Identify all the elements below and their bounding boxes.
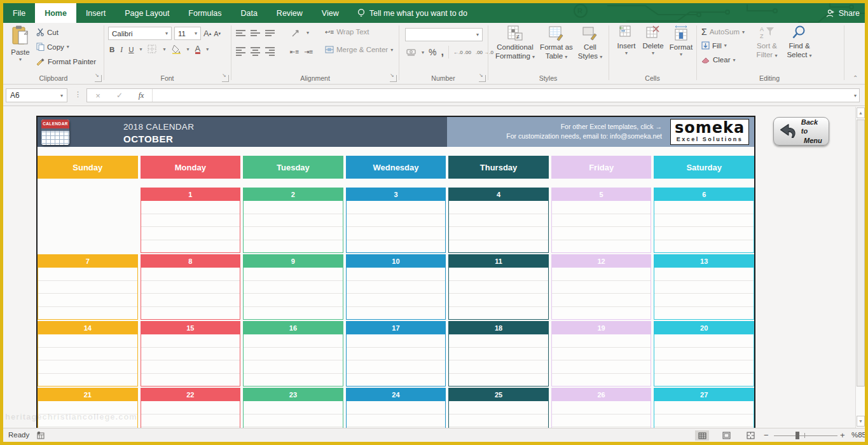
tab-data[interactable]: Data <box>231 3 266 23</box>
date-cell-17[interactable]: 17 <box>346 321 446 387</box>
decrease-indent-icon[interactable]: ⇤≡ <box>290 48 299 55</box>
date-cell-18[interactable]: 18 <box>448 321 549 387</box>
note-line[interactable] <box>449 307 548 320</box>
tell-me-box[interactable]: Tell me what you want to do <box>348 3 476 23</box>
day-header-monday[interactable]: Monday <box>141 156 241 179</box>
note-line[interactable] <box>244 307 343 320</box>
note-line[interactable] <box>141 374 240 387</box>
note-line[interactable] <box>244 201 343 214</box>
note-line[interactable] <box>244 294 343 307</box>
date-cell-9[interactable]: 9 <box>243 254 343 320</box>
note-line[interactable] <box>449 201 548 214</box>
date-cell-23[interactable]: 23 <box>243 388 343 431</box>
date-cell-14[interactable]: 14 <box>38 321 138 387</box>
tab-formulas[interactable]: Formulas <box>179 3 231 23</box>
zoom-slider-track[interactable] <box>774 435 837 436</box>
increase-indent-icon[interactable]: ⇥≡ <box>304 48 313 55</box>
note-line[interactable] <box>449 401 548 414</box>
share-button[interactable]: Share <box>826 3 860 23</box>
underline-caret[interactable]: ▾ <box>139 46 142 52</box>
note-line[interactable] <box>141 401 240 414</box>
conditional-formatting-button[interactable]: ≠ Conditional Formatting ▾ <box>494 25 536 72</box>
note-line[interactable] <box>347 401 446 414</box>
note-line[interactable] <box>347 294 446 307</box>
note-line[interactable] <box>449 348 548 361</box>
bottom-align-icon[interactable] <box>265 29 275 38</box>
note-line[interactable] <box>347 360 446 374</box>
note-line[interactable] <box>654 240 754 253</box>
note-line[interactable] <box>38 334 137 348</box>
format-as-table-button[interactable]: Format as Table ▾ <box>539 25 574 72</box>
formula-bar-expand-icon[interactable]: ▾ <box>851 93 859 99</box>
note-line[interactable] <box>347 414 446 428</box>
decrease-font-icon[interactable]: A▾ <box>214 30 221 38</box>
note-line[interactable] <box>449 281 548 294</box>
tab-file[interactable]: File <box>3 3 35 23</box>
back-to-menu-button[interactable]: Back to Menu <box>773 117 829 146</box>
macro-record-icon[interactable] <box>36 431 45 440</box>
wrap-text-button[interactable]: ↩≡ Wrap Text <box>325 28 369 36</box>
someka-logo[interactable]: someka Excel Solutions <box>670 119 749 145</box>
note-line[interactable] <box>654 268 754 281</box>
note-line[interactable] <box>38 348 137 361</box>
note-line[interactable] <box>141 294 240 307</box>
note-line[interactable] <box>244 414 343 428</box>
note-line[interactable] <box>347 348 446 361</box>
note-line[interactable] <box>38 268 137 281</box>
alignment-dialog-launcher[interactable] <box>390 75 397 82</box>
note-line[interactable] <box>38 294 137 307</box>
note-line[interactable] <box>654 201 754 214</box>
format-painter-button[interactable]: Format Painter <box>36 57 96 65</box>
note-line[interactable] <box>552 334 651 348</box>
date-cell-16[interactable]: 16 <box>243 321 343 387</box>
vertical-scrollbar[interactable]: ▲ ▼ <box>855 107 865 428</box>
note-line[interactable] <box>552 414 651 428</box>
align-center-icon[interactable] <box>251 46 260 57</box>
day-header-friday[interactable]: Friday <box>551 156 652 179</box>
note-line[interactable] <box>654 348 754 361</box>
note-line[interactable] <box>552 360 651 374</box>
name-box[interactable]: A6 ▾ <box>6 88 67 102</box>
cut-button[interactable]: Cut <box>36 28 59 36</box>
tab-page-layout[interactable]: Page Layout <box>115 3 179 23</box>
note-line[interactable] <box>449 374 548 387</box>
cell-styles-button[interactable]: Cell Styles ▾ <box>575 25 605 72</box>
tab-view[interactable]: View <box>312 3 348 23</box>
date-cell-24[interactable]: 24 <box>346 388 446 431</box>
note-line[interactable] <box>244 348 343 361</box>
increase-font-icon[interactable]: A▴ <box>203 29 211 38</box>
note-line[interactable] <box>141 201 240 214</box>
note-line[interactable] <box>449 268 548 281</box>
note-line[interactable] <box>654 414 754 428</box>
note-line[interactable] <box>552 214 651 228</box>
find-select-button[interactable]: Find & Select ▾ <box>784 25 815 72</box>
note-line[interactable] <box>244 214 343 228</box>
scroll-down-button[interactable]: ▼ <box>857 416 865 427</box>
decrease-decimal-icon[interactable]: .00 →.0 <box>476 50 493 55</box>
date-cell-10[interactable]: 10 <box>346 254 446 320</box>
fill-button[interactable]: Fill ▾ <box>701 41 727 50</box>
accounting-format-icon[interactable] <box>406 48 417 57</box>
date-cell-27[interactable]: 27 <box>654 388 754 431</box>
zoom-in-button[interactable]: + <box>840 430 845 440</box>
note-line[interactable] <box>552 268 651 281</box>
date-cell-8[interactable]: 8 <box>141 254 241 320</box>
note-line[interactable] <box>552 281 651 294</box>
enter-button[interactable]: ✓ <box>109 91 130 100</box>
namebox-divider-dots[interactable]: ⋮ <box>74 90 81 99</box>
tab-review[interactable]: Review <box>267 3 312 23</box>
day-header-tuesday[interactable]: Tuesday <box>243 156 343 179</box>
note-line[interactable] <box>552 401 651 414</box>
date-cell-25[interactable]: 25 <box>448 388 549 431</box>
date-cell-6[interactable]: 6 <box>654 188 754 253</box>
note-line[interactable] <box>654 227 754 240</box>
note-line[interactable] <box>552 374 651 387</box>
date-cell-13[interactable]: 13 <box>654 254 754 320</box>
note-line[interactable] <box>347 307 446 320</box>
note-line[interactable] <box>141 348 240 361</box>
note-line[interactable] <box>449 334 548 348</box>
font-name-combo[interactable]: Calibri▾ <box>108 27 172 40</box>
note-line[interactable] <box>552 227 651 240</box>
date-cell-20[interactable]: 20 <box>654 321 754 387</box>
date-cell-22[interactable]: 22 <box>141 388 241 431</box>
